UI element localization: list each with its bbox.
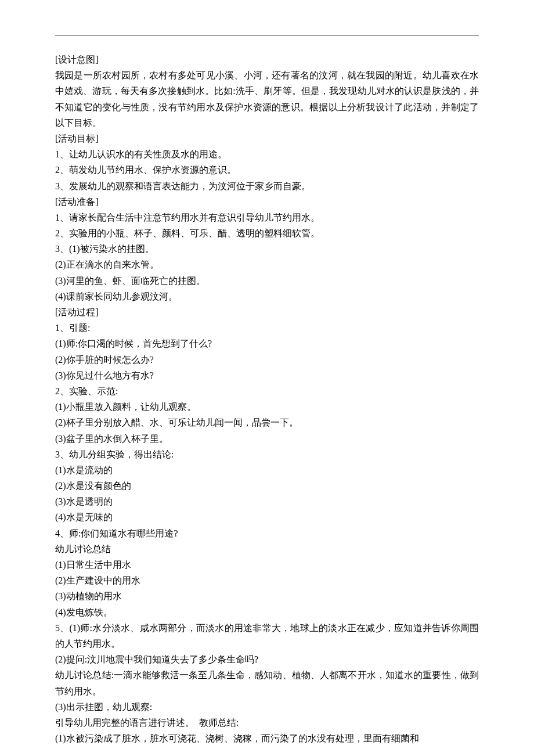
step1-item: (2)你手脏的时候怎么办? — [55, 352, 479, 368]
prep-item: 1、请家长配合生活中注意节约用水并有意识引导幼儿节约用水。 — [55, 210, 479, 225]
prep-item: (2)正在滴水的自来水管。 — [55, 257, 479, 272]
step3-item: (3)水是透明的 — [55, 494, 479, 509]
step3-item: (4)水是无味的 — [55, 509, 479, 525]
section-header-prep: [活动准备] — [55, 194, 479, 210]
step1-header: 1、引题: — [55, 320, 479, 336]
step4-item: (1)日常生活中用水 — [55, 557, 479, 573]
prep-item: 2、实验用的小瓶、杯子、颜料、可乐、醋、透明的塑料细软管。 — [55, 225, 479, 241]
step4-item: (2)生产建设中的用水 — [55, 573, 479, 588]
step2-item: (3)盆子里的水倒入杯子里。 — [55, 431, 479, 447]
top-rule — [55, 35, 479, 35]
step5-line: 5、(1)师:水分淡水、咸水两部分，而淡水的用途非常大，地球上的淡水正在减少，应… — [55, 620, 479, 651]
step4-sub: 幼儿讨论总结 — [55, 541, 479, 557]
step2-header: 2、实验、示范: — [55, 383, 479, 399]
step5-line: (2)提问:汶川地震中我们知道失去了多少条生命吗? — [55, 651, 479, 667]
step5-line: 幼儿讨论总结:一滴水能够救活一条至几条生命，感知动、植物、人都离不开水，知道水的… — [55, 667, 479, 699]
prep-item: (3)河里的鱼、虾、面临死亡的挂图。 — [55, 273, 479, 289]
step2-item: (1)小瓶里放入颜料，让幼儿观察。 — [55, 399, 479, 415]
step5-line: 引导幼儿用完整的语言进行讲述。 教师总结: — [55, 715, 479, 730]
step3-header: 3、幼儿分组实验，得出结论: — [55, 447, 479, 462]
section-header-design-intent: [设计意图] — [55, 52, 479, 67]
step2-item: (2)杯子里分别放入醋、水、可乐让幼儿闻一闻，品尝一下。 — [55, 415, 479, 430]
section-header-goals: [活动目标] — [55, 131, 479, 146]
step4-item: (4)发电炼铁。 — [55, 604, 479, 620]
goal-item: 2、萌发幼儿节约用水、保护水资源的意识。 — [55, 162, 479, 178]
step4-item: (3)动植物的用水 — [55, 588, 479, 604]
goal-item: 3、发展幼儿的观察和语言表达能力，为汶河位于家乡而自豪。 — [55, 178, 479, 194]
document-page: [设计意图] 我园是一所农村园所，农村有多处可见小溪、小河，还有著名的汶河，就在… — [0, 0, 534, 756]
step3-item: (1)水是流动的 — [55, 462, 479, 478]
design-intent-body: 我园是一所农村园所，农村有多处可见小溪、小河，还有著名的汶河，就在我园的附近。幼… — [55, 67, 479, 131]
step5-line: (3)出示挂图，幼儿观察: — [55, 699, 479, 715]
step1-item: (1)师:你口渴的时候，首先想到了什么? — [55, 336, 479, 351]
step5-line: (1)水被污染成了脏水，脏水可浇花、浇树、浇稼，而污染了的水没有处理，里面有细菌… — [55, 730, 479, 746]
step1-item: (3)你见过什么地方有水? — [55, 368, 479, 383]
step3-item: (2)水是没有颜色的 — [55, 478, 479, 494]
prep-item: 3、(1)被污染水的挂图。 — [55, 241, 479, 257]
prep-item: (4)课前家长同幼儿参观汶河。 — [55, 289, 479, 304]
step4-header: 4、师:你们知道水有哪些用途? — [55, 525, 479, 541]
section-header-process: [活动过程] — [55, 304, 479, 320]
goal-item: 1、让幼儿认识水的有关性质及水的用途。 — [55, 146, 479, 162]
